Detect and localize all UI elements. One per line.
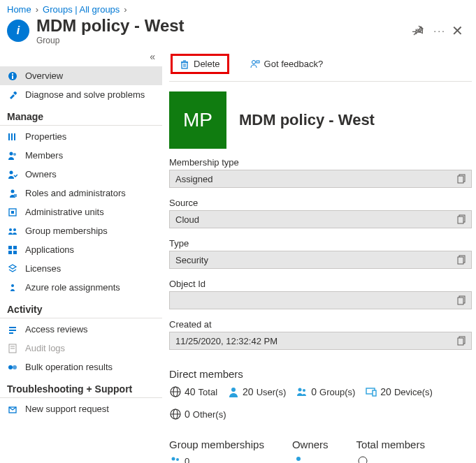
sidebar-item-label: Administrative units — [25, 207, 104, 217]
sidebar-item-bulk-results[interactable]: Bulk operation results — [0, 358, 162, 376]
svg-point-51 — [303, 389, 305, 392]
copy-icon[interactable] — [456, 213, 468, 226]
svg-point-9 — [11, 189, 15, 193]
field-value-text: Assigned — [175, 174, 212, 184]
sidebar-item-new-support[interactable]: New support request — [0, 399, 162, 418]
sidebar-item-diagnose[interactable]: Diagnose and solve problems — [0, 85, 162, 104]
svg-rect-17 — [8, 251, 12, 254]
field-value-source: Cloud — [169, 210, 472, 228]
summary-group-memberships[interactable]: Group memberships 0 — [169, 439, 264, 463]
copy-icon[interactable] — [456, 172, 468, 185]
svg-rect-4 — [11, 133, 13, 140]
feedback-button[interactable]: Got feedback? — [243, 56, 331, 72]
sidebar-section-troubleshooting: Troubleshooting + Support — [0, 376, 162, 398]
svg-rect-41 — [458, 257, 463, 264]
summary-owners[interactable]: Owners — [292, 439, 329, 463]
sidebar-item-owners[interactable]: Owners — [0, 165, 162, 184]
stat-devices[interactable]: 20 Device(s) — [365, 385, 432, 398]
copy-icon[interactable] — [456, 335, 468, 347]
field-created-at: Created at 11/25/2020, 12:32:42 PM — [169, 319, 472, 350]
sidebar-item-label: Properties — [25, 131, 66, 142]
collapse-nav-icon[interactable]: « — [0, 50, 162, 66]
roles-icon — [7, 189, 18, 198]
sidebar-item-label: Members — [25, 150, 63, 161]
copy-icon[interactable] — [456, 253, 468, 266]
sidebar-item-overview[interactable]: Overview — [0, 66, 162, 85]
svg-rect-5 — [14, 133, 15, 140]
sidebar-item-label: Overview — [25, 71, 63, 81]
sidebar-section-activity: Activity — [0, 297, 162, 318]
stat-users[interactable]: 20 User(s) — [227, 385, 286, 398]
summary-total-members[interactable]: Total members — [356, 439, 425, 463]
wrench-icon — [7, 90, 18, 100]
svg-point-49 — [231, 388, 236, 392]
field-object-id: Object Id — [169, 279, 472, 309]
sidebar-item-applications[interactable]: Applications — [0, 240, 162, 259]
stat-others[interactable]: 0 Other(s) — [169, 408, 226, 420]
sidebar-item-access-reviews[interactable]: Access reviews — [0, 320, 162, 339]
svg-point-57 — [172, 457, 175, 461]
field-value-text: 11/25/2020, 12:32:42 PM — [175, 336, 277, 346]
content-pane: Delete Got feedback? MP MDM policy - Wes… — [162, 50, 476, 463]
device-icon — [365, 385, 377, 398]
summary-value: 0 — [185, 456, 189, 464]
field-type: Type Security — [169, 238, 472, 269]
globe-icon — [169, 385, 182, 398]
applications-icon — [7, 245, 18, 255]
svg-rect-16 — [13, 246, 17, 249]
user-icon — [292, 455, 305, 463]
sidebar-item-roles[interactable]: Roles and administrators — [0, 184, 162, 203]
pin-icon[interactable] — [412, 25, 424, 36]
sidebar-item-label: Audit logs — [25, 343, 65, 353]
copy-icon[interactable] — [456, 294, 468, 307]
sidebar-item-properties[interactable]: Properties — [0, 127, 162, 146]
stat-value: 20 — [243, 386, 254, 397]
group-icon — [169, 455, 182, 463]
delete-button-label: Delete — [194, 59, 220, 69]
close-icon[interactable]: ✕ — [446, 22, 469, 39]
svg-point-34 — [252, 60, 255, 64]
delete-button[interactable]: Delete — [171, 54, 229, 74]
more-icon[interactable]: ··· — [433, 25, 446, 36]
summary-heading: Group memberships — [169, 439, 264, 450]
field-value-object-id — [169, 291, 472, 309]
sidebar-item-label: Access reviews — [25, 324, 88, 335]
globe-icon — [169, 408, 182, 420]
svg-point-8 — [10, 170, 13, 174]
page-title: MDM policy - West — [36, 16, 412, 36]
svg-rect-53 — [373, 390, 376, 396]
sidebar: « Overview Diagnose and solve problems M… — [0, 50, 162, 463]
sidebar-item-licenses[interactable]: Licenses — [0, 259, 162, 278]
sidebar-item-label: New support request — [25, 404, 109, 414]
sidebar-section-manage: Manage — [0, 104, 162, 126]
sidebar-item-admin-units[interactable]: Administrative units — [0, 203, 162, 221]
summary-heading: Owners — [292, 439, 329, 450]
sidebar-item-azure-role[interactable]: Azure role assignments — [0, 278, 162, 297]
svg-point-60 — [359, 457, 367, 463]
properties-icon — [7, 132, 18, 142]
stat-groups[interactable]: 0 Group(s) — [296, 385, 355, 398]
sidebar-item-label: Azure role assignments — [25, 282, 120, 293]
sidebar-item-label: Diagnose and solve problems — [25, 89, 145, 100]
svg-rect-21 — [9, 330, 16, 331]
sidebar-item-label: Bulk operation results — [25, 362, 113, 372]
stat-value: 0 — [311, 386, 317, 397]
breadcrumb-home[interactable]: Home — [7, 4, 31, 15]
svg-rect-37 — [458, 176, 463, 183]
svg-rect-43 — [458, 297, 463, 304]
breadcrumb-groups[interactable]: Groups | All groups — [43, 4, 120, 15]
field-source: Source Cloud — [169, 198, 472, 228]
svg-point-50 — [298, 388, 302, 392]
svg-rect-2 — [12, 73, 13, 75]
svg-point-58 — [176, 458, 179, 461]
info-badge-icon: i — [7, 20, 29, 42]
field-label: Membership type — [169, 157, 472, 168]
sidebar-item-group-memberships[interactable]: Group memberships — [0, 221, 162, 240]
svg-rect-18 — [13, 251, 17, 254]
sidebar-item-members[interactable]: Members — [0, 146, 162, 165]
breadcrumb: Home › Groups | All groups › — [0, 0, 476, 16]
svg-point-7 — [13, 153, 16, 156]
sidebar-item-label: Owners — [25, 169, 57, 179]
stat-total[interactable]: 40 Total — [169, 385, 217, 398]
svg-point-26 — [8, 365, 13, 369]
